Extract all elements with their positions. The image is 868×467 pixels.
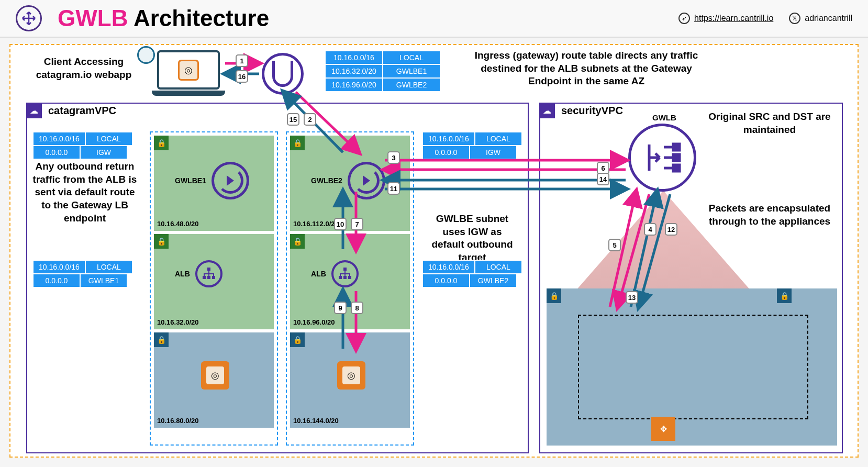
gwlbe1-icon (212, 162, 249, 199)
step-14: 14 (597, 173, 609, 185)
step-5: 5 (608, 239, 621, 251)
twitter-handle: adriancantrill (805, 14, 852, 23)
internet-gateway-icon (262, 53, 304, 95)
svg-rect-9 (673, 154, 680, 161)
step-1: 1 (236, 54, 248, 67)
alb2-route-table: 10.16.0.0/16LOCAL 0.0.0.0GWLBE2 (422, 260, 522, 288)
twitter-icon: 𝕏 (789, 13, 800, 24)
availability-zone-2: 🔒 GWLBE2 10.16.112.0/20 🔒 ALB 10.16.96.0… (286, 131, 414, 446)
gwlbe2-icon (348, 162, 385, 199)
security-vpc-title: securityVPC (561, 105, 623, 117)
app-instance-icon: ◎ (201, 361, 229, 390)
app-instance-icon: ◎ (337, 361, 365, 390)
lock-icon: 🔒 (290, 332, 305, 347)
lock-icon: 🔒 (290, 234, 305, 249)
diagram-canvas: Client Accessing catagram.io webapp ◎ 10… (9, 44, 859, 458)
step-2: 2 (304, 113, 316, 126)
page-title: GWLB Architecture (58, 5, 269, 31)
catagram-vpc-title: catagramVPC (48, 105, 116, 117)
header-logo-icon (16, 5, 42, 31)
lock-icon: 🔒 (154, 136, 169, 150)
gwlbe1-subnet: 🔒 GWLBE1 10.16.48.0/20 (154, 136, 274, 231)
svg-rect-2 (207, 276, 210, 279)
encap-note: Packets are encapsulated through to the … (702, 202, 838, 228)
header: GWLB Architecture ➶ https://learn.cantri… (0, 0, 868, 38)
lock-icon: 🔒 (547, 288, 561, 303)
alb1-subnet: 🔒 ALB 10.16.32.0/20 (154, 234, 274, 329)
svg-rect-3 (212, 276, 215, 279)
laptop-icon: ◎ (152, 50, 225, 100)
lock-icon: 🔒 (154, 332, 169, 347)
auto-scaling-group (578, 315, 808, 419)
step-9: 9 (334, 302, 347, 314)
step-12: 12 (665, 223, 677, 236)
svg-rect-6 (343, 276, 347, 279)
alb1-route-table: 10.16.0.0/16LOCAL 0.0.0.0GWLBE1 (32, 260, 133, 288)
app2-subnet: 🔒 ◎ 10.16.144.0/20 (290, 332, 410, 428)
ingress-note: Ingress (gateway) route table directs an… (461, 49, 712, 88)
svg-rect-4 (343, 268, 347, 271)
globe-icon (137, 46, 155, 64)
step-3: 3 (387, 151, 400, 164)
svg-rect-1 (203, 276, 206, 279)
learn-link[interactable]: https://learn.cantrill.io (694, 14, 773, 23)
outbound-note: Any outbound return traffic from the ALB… (32, 160, 137, 225)
vpc-icon: ☁ (26, 103, 42, 118)
alb-icon (331, 260, 359, 287)
gwlb-label: GWLB (652, 113, 676, 122)
lock-icon: 🔒 (777, 288, 792, 303)
compass-icon: ➶ (678, 13, 690, 24)
alb-icon (195, 260, 222, 287)
client-label: Client Accessing catagram.io webapp (21, 55, 147, 81)
step-13: 13 (626, 291, 638, 304)
gwlb-icon (628, 124, 696, 192)
step-4: 4 (644, 223, 656, 236)
svg-rect-0 (207, 268, 210, 271)
gwlbe2-route-table: 10.16.0.0/16LOCAL 0.0.0.0IGW (422, 131, 522, 160)
svg-rect-10 (673, 165, 680, 171)
step-10: 10 (334, 218, 347, 230)
lock-icon: 🔒 (154, 234, 169, 249)
step-7: 7 (351, 218, 363, 230)
svg-rect-5 (339, 276, 342, 279)
vpc-icon: ☁ (539, 103, 555, 118)
ingress-route-table: 10.16.0.0/16LOCAL 10.16.32.0/20GWLBE1 10… (325, 50, 441, 92)
step-11: 11 (387, 182, 400, 195)
svg-rect-8 (673, 144, 680, 150)
availability-zone-1: 🔒 GWLBE1 10.16.48.0/20 🔒 ALB 10.16.32.0/… (150, 131, 278, 446)
security-appliance-zone: 🔒 🔒 (547, 288, 837, 446)
asg-icon: ✥ (651, 417, 675, 441)
header-links: ➶ https://learn.cantrill.io 𝕏 adriancant… (678, 13, 852, 24)
step-8: 8 (351, 302, 363, 314)
step-15: 15 (287, 113, 299, 126)
svg-rect-7 (348, 276, 351, 279)
app1-subnet: 🔒 ◎ 10.16.80.0/20 (154, 332, 274, 428)
step-16: 16 (236, 70, 248, 83)
alb2-subnet: 🔒 ALB 10.16.96.0/20 (290, 234, 410, 329)
lock-icon: 🔒 (290, 136, 305, 150)
gwlbe-subnet-note: GWLBE subnet uses IGW as default outboun… (425, 213, 519, 264)
src-dst-note: Original SRC and DST are maintained (702, 110, 838, 136)
gwlbe1-route-table: 10.16.0.0/16LOCAL 0.0.0.0IGW (32, 131, 133, 160)
